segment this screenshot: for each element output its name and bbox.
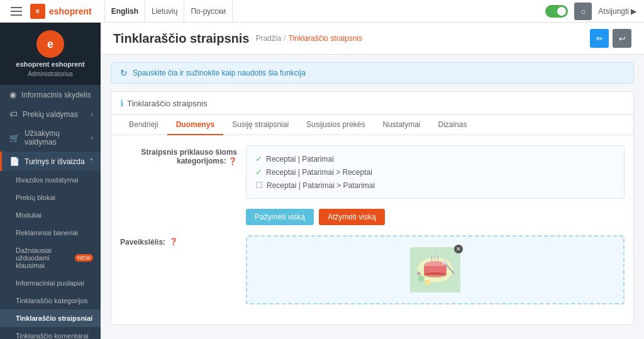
sidebar-item-prekes[interactable]: 🏷 Prekių valdymas ›: [0, 104, 101, 124]
sidebar-item-moduliai[interactable]: Moduliai: [0, 206, 101, 224]
tab-duomenys[interactable]: Duomenys: [167, 115, 223, 135]
avatar: e: [36, 30, 64, 58]
section-title: Tinklaraščio straipsnis: [127, 99, 207, 108]
sidebar-item-label: Moduliai: [16, 211, 93, 219]
image-wrapper: ✕: [410, 247, 460, 292]
lang-lithuanian[interactable]: Lietuvių: [145, 0, 184, 23]
sidebar-item-tinklarascio-kom[interactable]: Tinklaraščio komentarai: [0, 327, 101, 339]
brand-icon: e: [30, 4, 45, 19]
sidebar-item-tinklarascio-str[interactable]: Tinklaraščio straipsniai: [0, 309, 101, 327]
sidebar-username: eshoprent eshoprent: [16, 60, 84, 68]
info-icon: ◉: [9, 90, 16, 99]
breadcrumb-home: Pradžia: [255, 34, 281, 43]
page-header-actions: ✏ ↩: [590, 29, 631, 48]
sidebar-item-label: Tinklaraščio kategorijos: [16, 297, 93, 304]
svg-point-4: [424, 272, 447, 277]
home-button[interactable]: ⌂: [574, 3, 592, 20]
sidebar-item-isvaizda[interactable]: Išvazdos nustatymai: [0, 171, 101, 189]
brand-name: eshoprent: [49, 6, 92, 16]
new-badge: NEW: [75, 254, 93, 262]
category-item-1[interactable]: ✓ Receptai | Patarimai: [255, 152, 615, 165]
content-area: Tinklaraščio straipsnis Pradžia / Tinkla…: [101, 23, 644, 339]
arrow-icon: ˅: [90, 158, 93, 165]
image-help-icon[interactable]: ❓: [169, 238, 178, 246]
sidebar-item-label: Dažniausiai užduodami klausimai: [16, 247, 70, 269]
topnav-right: ⌂ Atsijungti ▶: [545, 3, 636, 20]
main-section: ℹ Tinklaraščio straipsnis Bendrieji Duom…: [111, 91, 634, 325]
image-label: Paveikslėlis: ❓: [120, 235, 246, 304]
sidebar-item-label: Išvazdos nustatymai: [16, 176, 93, 184]
sidebar-item-label: Informacinis skydelis: [21, 91, 93, 99]
sidebar-item-label: Užsakymų valdymas: [25, 129, 86, 147]
tab-nustatymai[interactable]: Nustatymai: [374, 115, 429, 135]
tab-susijusios-prekes[interactable]: Susijusios prekės: [297, 115, 374, 135]
image-remove-button[interactable]: ✕: [454, 245, 463, 253]
page-header: Tinklaraščio straipsnis Pradžia / Tinkla…: [101, 23, 644, 55]
logout-button[interactable]: Atsijungti ▶: [598, 7, 636, 16]
category-label-3: Receptai | Patarimai > Patarimai: [267, 181, 375, 190]
select-all-button[interactable]: Pažymėti viską: [246, 209, 314, 225]
prekes-icon: 🏷: [9, 109, 18, 119]
image-row: Paveikslėlis: ❓: [120, 235, 625, 304]
main-layout: e eshoprent eshoprent Administratorius ◉…: [0, 23, 644, 339]
section-header: ℹ Tinklaraščio straipsnis: [111, 92, 633, 115]
sidebar-item-label: Informaciniai puslapiai: [16, 279, 93, 287]
svg-point-9: [417, 272, 421, 275]
tab-content: Straipsnis priklauso šioms kategorijoms:…: [111, 135, 633, 325]
page-title: Tinklaraščio straipsnis: [113, 31, 249, 46]
categories-label: Straipsnis priklauso šioms kategorijoms:…: [120, 145, 246, 199]
sidebar-item-label: Tinklaraščio straipsniai: [16, 314, 93, 322]
sidebar-item-label: Turinys ir išvaizda: [25, 157, 85, 166]
arrow-icon: ›: [91, 111, 93, 118]
sidebar-item-label: Prekių blokai: [16, 194, 93, 201]
category-item-3[interactable]: ☐ Receptai | Patarimai > Patarimai: [255, 179, 615, 192]
info-circle-icon: ↻: [120, 68, 128, 78]
hamburger-menu[interactable]: [8, 3, 25, 20]
categories-row: Straipsnis priklauso šioms kategorijoms:…: [120, 145, 625, 199]
logout-label: Atsijungti: [598, 7, 629, 16]
sidebar-item-tinklarascio-kat[interactable]: Tinklaraščio kategorijos: [0, 292, 101, 309]
sidebar-item-label: Prekių valdymas: [23, 110, 86, 119]
sidebar-item-info-puslapiai[interactable]: Informaciniai puslapiai: [0, 274, 101, 292]
buttons-row: Pažymėti viską Atžymėti viską: [120, 209, 625, 225]
sidebar-item-dazniausi[interactable]: Dažniausiai užduodami klausimai NEW: [0, 242, 101, 274]
page-header-left: Tinklaraščio straipsnis Pradžia / Tinkla…: [113, 31, 362, 46]
sidebar-item-uzsakymai[interactable]: 🛒 Užsakymų valdymas ›: [0, 124, 101, 152]
sidebar: e eshoprent eshoprent Administratorius ◉…: [0, 23, 101, 339]
categories-field: ✓ Receptai | Patarimai ✓ Receptai | Pata…: [246, 145, 625, 199]
back-button[interactable]: ↩: [613, 29, 631, 48]
image-upload-area[interactable]: ✕: [246, 235, 625, 304]
lang-russian[interactable]: По-русски: [184, 0, 233, 23]
sidebar-role: Administratorius: [28, 70, 73, 77]
sidebar-item-label: Tinklaraščio komentarai: [16, 332, 93, 339]
uncheck-icon-3: ☐: [255, 181, 263, 190]
sidebar-profile: e eshoprent eshoprent Administratorius: [0, 23, 101, 85]
check-icon-2: ✓: [255, 167, 262, 177]
topnav: e eshoprent English Lietuvių По-русски ⌂…: [0, 0, 644, 23]
section-icon: ℹ: [120, 98, 123, 108]
logout-icon: ▶: [631, 7, 636, 16]
breadcrumb-current[interactable]: Tinklaraščio straipsnis: [288, 34, 362, 43]
info-box[interactable]: ↻ Spauskite čia ir sužinokite kaip naudo…: [111, 62, 634, 84]
edit-button[interactable]: ✏: [590, 29, 609, 48]
tab-dizainas[interactable]: Dizainas: [430, 115, 476, 135]
svg-point-8: [425, 280, 430, 285]
image-thumbnail: [410, 247, 460, 292]
sidebar-item-prekiu-blokai[interactable]: Prekių blokai: [0, 189, 101, 206]
categories-box: ✓ Receptai | Patarimai ✓ Receptai | Pata…: [246, 145, 625, 199]
brand: e eshoprent: [30, 4, 92, 19]
svg-point-6: [442, 260, 447, 264]
sidebar-item-info[interactable]: ◉ Informacinis skydelis: [0, 85, 101, 104]
toggle-switch[interactable]: [545, 5, 568, 18]
category-label-1: Receptai | Patarimai: [266, 155, 334, 164]
uzsakymai-icon: 🛒: [9, 133, 19, 143]
tab-susieje-straipsniai[interactable]: Susiję straipsniai: [223, 115, 297, 135]
deselect-all-button[interactable]: Atžymėti viską: [319, 209, 385, 225]
category-item-2[interactable]: ✓ Receptai | Patarimai > Receptai: [255, 165, 615, 179]
tab-bendrieji[interactable]: Bendrieji: [120, 115, 167, 135]
sidebar-item-reklaminiai[interactable]: Reklaminiai baneriai: [0, 224, 101, 242]
sidebar-item-turinys[interactable]: 📄 Turinys ir išvaizda ˅: [0, 152, 101, 171]
lang-english[interactable]: English: [104, 0, 145, 23]
categories-help-icon[interactable]: ❓: [228, 157, 237, 165]
breadcrumb-separator: /: [284, 34, 286, 43]
